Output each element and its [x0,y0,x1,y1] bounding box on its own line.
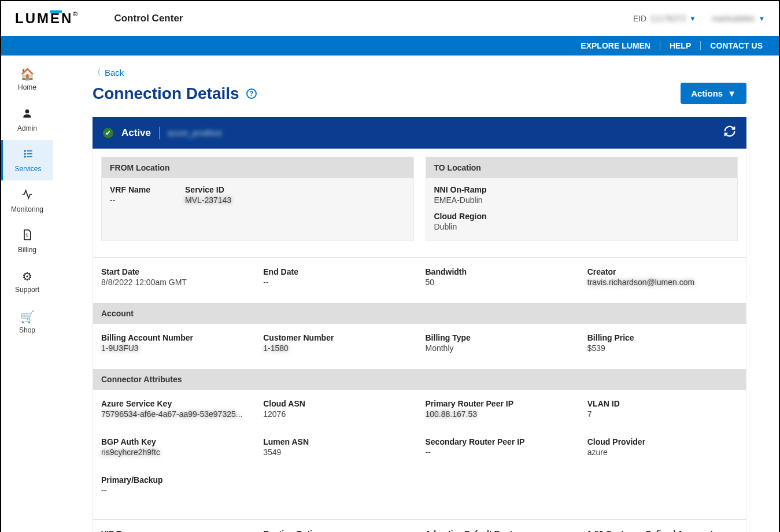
sidebar-item-home[interactable]: 🏠 Home [1,59,53,99]
value: 3549 [263,448,413,457]
value: 1-1580 [263,343,413,353]
value: -- [426,448,576,457]
value: 75796534-af6e-4a67-aa99-53e97325... [101,409,252,419]
sidebar-item-shop[interactable]: 🛒 Shop [1,302,53,342]
sidebar-item-admin[interactable]: Admin [1,99,53,140]
sidebar-item-monitoring[interactable]: Monitoring [1,180,53,221]
advertise-default-routes: Advertise Default Routes Yes [426,529,576,532]
lumen-logo: LUMEN® [15,10,79,27]
chevron-left-icon: 〈 [93,67,101,78]
username: markoalekic [712,14,755,23]
service-id-value: MVL-237143 [185,195,231,205]
label: VLAN ID [587,399,738,408]
label: Primary/Backup [101,475,252,485]
value: -- [263,278,413,287]
top-bar: LUMEN® Control Center EID 11176272 ▼ mar… [1,1,779,36]
label: End Date [263,267,413,276]
sidebar-item-label: Shop [19,326,35,334]
svg-point-3 [24,153,25,154]
sidebar-item-label: Services [14,165,41,173]
help-link[interactable]: HELP [660,41,701,50]
service-id: Service ID MVL-237143 [185,185,231,212]
value: 100.88.167.53 [426,409,576,419]
actions-label: Actions [691,88,723,98]
svg-rect-4 [27,153,32,154]
dates-grid: Start Date 8/8/2022 12:00am GMT End Date… [93,257,746,303]
sidebar-item-services[interactable]: Services [1,140,53,180]
label: Billing Type [426,333,576,342]
actions-button[interactable]: Actions ▼ [681,83,746,104]
vrf-name: VRF Name -- [110,185,150,205]
svg-rect-2 [27,150,32,152]
nni-onramp: NNI On-Ramp EMEA-Dublin [434,185,730,205]
to-location-card: TO Location NNI On-Ramp EMEA-Dublin Clou… [426,157,738,241]
help-icon[interactable]: ? [246,88,257,99]
vlan-id: VLAN ID 7 [587,399,738,419]
bgp-auth-key: BGP Auth Key ris9cyhcre2h9ftc [101,437,252,457]
account-heading: Account [93,303,746,324]
label: Routing Option [263,529,413,532]
value: 8/8/2022 12:00am GMT [101,278,252,287]
user-dropdown[interactable]: markoalekic ▼ [712,14,765,23]
contact-us-link[interactable]: CONTACT US [701,41,763,50]
value: $539 [587,343,738,353]
value: travis.richardson@lumen.com [587,278,738,287]
nni-label: NNI On-Ramp [434,185,730,194]
list-icon [23,148,34,162]
label: Billing Price [587,333,738,342]
sidebar-item-support[interactable]: ⚙ Support [1,261,53,302]
location-row: FROM Location VRF Name -- Service ID MVL… [93,149,746,249]
from-body: VRF Name -- Service ID MVL-237143 [102,178,413,221]
status-state: Active [121,127,151,139]
sidebar-item-billing[interactable]: $ Billing [1,221,53,261]
svg-rect-6 [27,156,32,157]
svg-point-0 [25,109,29,113]
value: Monthly [426,343,576,353]
label: VIP Type [101,529,252,532]
home-icon: 🏠 [20,67,35,81]
explore-lumen-link[interactable]: EXPLORE LUMEN [571,41,660,50]
region-label: Cloud Region [434,212,730,221]
from-heading: FROM Location [102,157,413,178]
billing-price: Billing Price $539 [587,333,738,360]
value: 1-9U3FU3 [101,343,252,353]
value: azure [587,448,738,457]
back-label: Back [105,68,124,77]
routing-grid: VIP Type private Routing Option Routing … [93,519,746,532]
label: Bandwidth [426,267,576,276]
connector-grid: Azure Service Key 75796534-af6e-4a67-aa9… [93,390,746,511]
sidebar: 🏠 Home Admin Services Monitoring $ Bil [1,56,53,532]
logo-part3: N [61,10,73,26]
from-location-card: FROM Location VRF Name -- Service ID MVL… [101,157,414,241]
routing-option: Routing Option Routing Option 1 - Suppor… [263,529,413,532]
svg-point-1 [24,150,25,152]
sidebar-item-label: Support [15,286,39,294]
primary-router-peer-ip: Primary Router Peer IP 100.88.167.53 [426,399,576,419]
sidebar-item-label: Home [18,83,36,91]
refresh-icon[interactable] [723,125,736,141]
logo-part1: LUM [15,10,50,26]
cloud-provider: Cloud Provider azure [587,437,738,457]
label: Customer Number [263,333,413,342]
registered-icon: ® [73,10,79,17]
check-circle-icon: ✔ [103,128,113,138]
gear-icon: ⚙ [22,269,32,283]
billing-account-number: Billing Account Number 1-9U3FU3 [101,333,252,353]
chevron-down-icon: ▼ [690,15,696,22]
label: Billing Account Number [101,333,252,342]
vrf-label: VRF Name [110,185,150,194]
cart-icon: 🛒 [20,310,35,324]
connector-heading: Connector Attributes [93,369,746,390]
label: Primary Router Peer IP [426,399,576,408]
eid-label: EID [633,14,646,23]
back-link[interactable]: 〈 Back [93,67,124,78]
customer-number: Customer Number 1-1580 [263,333,413,353]
customer-defined-aggregates: 1-50 Customer Defined Aggregates [] [587,529,738,532]
value: 7 [587,409,738,419]
connection-name: azure_prodtest [168,128,221,138]
to-heading: TO Location [426,157,738,178]
svg-text:$: $ [26,232,29,237]
eid-dropdown[interactable]: EID 11176272 ▼ [633,14,696,23]
topbar-left: LUMEN® Control Center [15,10,183,27]
value: 12076 [263,409,413,419]
